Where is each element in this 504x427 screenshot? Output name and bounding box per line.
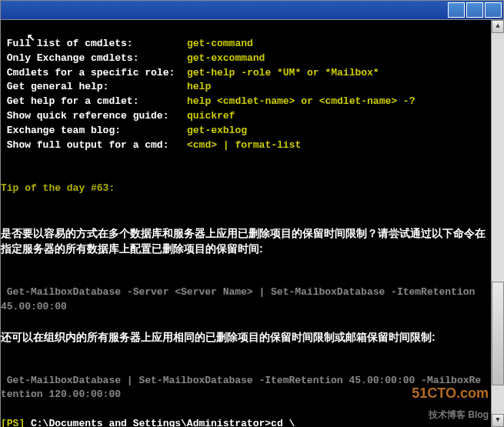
example-command-1: Get-MailboxDatabase -Server <Server Name… — [1, 286, 475, 312]
maximize-button[interactable] — [466, 2, 483, 18]
mouse-cursor: ↖ — [27, 27, 35, 47]
help-block: Full list of cmdlets:get-command Only Ex… — [1, 37, 500, 153]
minimize-button[interactable] — [448, 2, 465, 18]
scroll-thumb[interactable] — [492, 282, 504, 385]
tip-paragraph-2: 还可以在组织内的所有服务器上应用相同的已删除项目的保留时间限制或邮箱保留时间限制… — [1, 329, 500, 345]
ps-input-cd[interactable]: cd \ — [271, 418, 295, 427]
help-command: help — [187, 81, 211, 92]
ps-marker: [PS] — [1, 418, 31, 427]
window-titlebar — [0, 0, 504, 20]
help-label: Show full output for a cmd: — [1, 138, 187, 153]
help-label: Get general help: — [1, 80, 187, 95]
help-label: Show quick reference guide: — [1, 109, 187, 124]
vertical-scrollbar[interactable]: ▲ ▼ — [491, 20, 504, 427]
watermark: 51CTO.com技术博客 Blog — [412, 383, 489, 423]
help-label: Only Exchange cmdlets: — [1, 52, 187, 66]
scroll-up-button[interactable]: ▲ — [492, 20, 504, 33]
help-command: quickref — [187, 110, 235, 122]
help-command: get-excommand — [187, 52, 265, 64]
tip-of-day: Tip of the day #63: — [1, 182, 115, 194]
help-command: get-exblog — [187, 125, 247, 136]
help-command: <cmd> | format-list — [187, 139, 301, 151]
tip-paragraph-1: 是否要以容易的方式在多个数据库和服务器上应用已删除项目的保留时间限制？请尝试通过… — [1, 225, 500, 257]
example-command-2: Get-MailboxDatabase | Set-MailboxDatabas… — [1, 375, 481, 401]
help-command: help <cmdlet-name> or <cmdlet-name> -? — [187, 95, 415, 107]
scroll-down-button[interactable]: ▼ — [492, 414, 504, 427]
help-command: get-help -role *UM* or *Mailbox* — [187, 67, 379, 78]
ps-path: C:\Documents and Settings\Administrator> — [31, 418, 271, 427]
help-label: Cmdlets for a specific role: — [1, 66, 187, 81]
close-button[interactable] — [485, 2, 502, 18]
help-label: Get help for a cmdlet: — [1, 95, 187, 109]
terminal-output: Full list of cmdlets:get-command Only Ex… — [0, 20, 504, 427]
help-label: Exchange team blog: — [1, 124, 187, 138]
help-command: get-command — [187, 38, 253, 49]
